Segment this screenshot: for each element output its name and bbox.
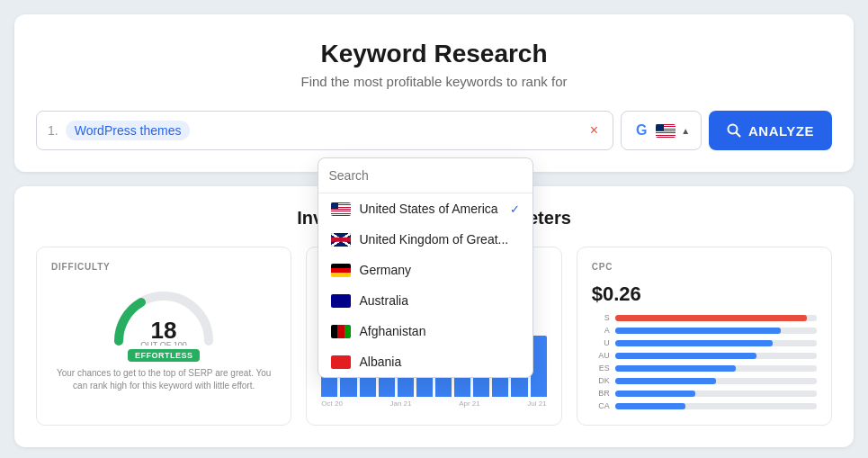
cpc-bar-fill [615,391,696,397]
x-label-2: Jan 21 [390,400,412,408]
cpc-bar-label: S [592,313,610,322]
dropdown-item-af[interactable]: Afghanistan [318,316,532,346]
dropdown-item-au-label: Australia [360,293,408,308]
input-number: 1. [48,123,58,138]
difficulty-badge: EFFORTLESS [128,349,201,362]
search-icon [727,123,741,138]
search-row: 1. WordPress themes × G ▲ ANALYZE [36,111,832,150]
cpc-bar-label: ES [592,364,610,373]
difficulty-card: DIFFICULTY 18 OUT OF 100 EFFORTLESS Your… [36,247,291,426]
difficulty-label: DIFFICULTY [51,262,276,272]
flag-al-icon [331,355,351,369]
analyze-label: ANALYZE [748,123,814,139]
cpc-bar-fill [615,365,737,372]
difficulty-desc: Your chances to get to the top of SERP a… [51,367,276,392]
cpc-bar-bg [615,315,817,321]
dropdown-item-us-label: United States of America [360,202,498,216]
dropdown-item-uk[interactable]: United Kingdom of Great... [318,224,532,255]
cpc-card: CPC $0.26 SAUAUESDKBRCA [577,247,832,426]
cpc-label: CPC [592,262,817,272]
cpc-bar-row: BR [592,389,817,398]
cpc-bar-bg [615,328,817,334]
cpc-bar-bg [615,403,817,409]
main-card: Keyword Research Find the most profitabl… [14,14,854,172]
keyword-tag: WordPress themes [66,121,191,140]
clear-button[interactable]: × [586,121,602,139]
cpc-bar-label: BR [592,389,610,398]
dropdown-item-al[interactable]: Albania [318,346,532,377]
gauge-svg: 18 OUT OF 100 [110,283,218,346]
cpc-bar-fill [615,328,781,334]
checkmark-icon: ✓ [510,202,520,216]
cpc-bar-row: CA [592,401,817,410]
keyword-input-wrap: 1. WordPress themes × [36,111,613,150]
cpc-bar-row: AU [592,351,817,360]
cpc-bar-fill [615,403,686,409]
cpc-bar-row: S [592,313,817,322]
cpc-value: $0.26 [592,283,817,306]
dropdown-item-de[interactable]: Germany [318,255,532,285]
cpc-bar-bg [615,353,817,359]
dropdown-item-au[interactable]: Australia [318,285,532,316]
flag-de-icon [331,264,351,277]
page-title: Keyword Research [36,40,832,68]
svg-text:OUT OF 100: OUT OF 100 [140,340,186,346]
cpc-bar-bg [615,378,817,384]
cpc-bar-row: ES [592,364,817,373]
flag-af-icon [331,325,351,338]
flag-us-small-icon [331,202,351,216]
cpc-bar-fill [615,340,773,346]
dropdown-list: United States of America ✓ United Kingdo… [318,193,532,377]
country-dropdown: United States of America ✓ United Kingdo… [318,157,533,378]
dropdown-item-af-label: Afghanistan [360,324,426,338]
cpc-bar-fill [615,353,756,359]
cpc-bar-row: U [592,338,817,347]
dropdown-item-de-label: Germany [360,263,412,277]
cpc-bar-label: U [592,338,610,347]
analyze-button[interactable]: ANALYZE [709,111,832,150]
dropdown-item-al-label: Albania [360,355,402,369]
gauge-wrap: 18 OUT OF 100 EFFORTLESS Your chances to… [51,283,276,392]
cpc-bar-label: AU [592,351,610,360]
cpc-bar-row: A [592,326,817,335]
cpc-bar-fill [615,378,716,384]
svg-line-1 [737,133,740,137]
flag-au-icon [331,294,351,308]
cpc-bar-label: A [592,326,610,335]
dropdown-item-uk-label: United Kingdom of Great... [360,232,509,247]
cpc-bar-chart: SAUAUESDKBRCA [592,313,817,410]
dropdown-search-input[interactable] [329,168,522,183]
flag-us-icon [656,124,676,138]
dropdown-item-us[interactable]: United States of America ✓ [318,193,532,224]
cpc-bar-label: DK [592,376,610,385]
google-icon: G [632,121,650,139]
chevron-up-icon: ▲ [681,126,690,136]
dropdown-search-wrap [318,158,532,193]
x-label-3: Apr 21 [459,400,480,408]
cpc-bar-fill [615,315,807,321]
x-label-1: Oct 20 [321,400,343,408]
cpc-bar-bg [615,365,817,372]
flag-uk-icon [331,233,351,247]
cpc-bar-label: CA [592,401,610,410]
keyword-input-field[interactable] [197,123,578,138]
country-selector-button[interactable]: G ▲ [621,111,702,150]
page-subtitle: Find the most profitable keywords to ran… [36,74,832,89]
x-label-4: Jul 21 [527,400,546,408]
cpc-bar-bg [615,340,817,346]
cpc-bar-bg [615,391,817,397]
cpc-bar-row: DK [592,376,817,385]
